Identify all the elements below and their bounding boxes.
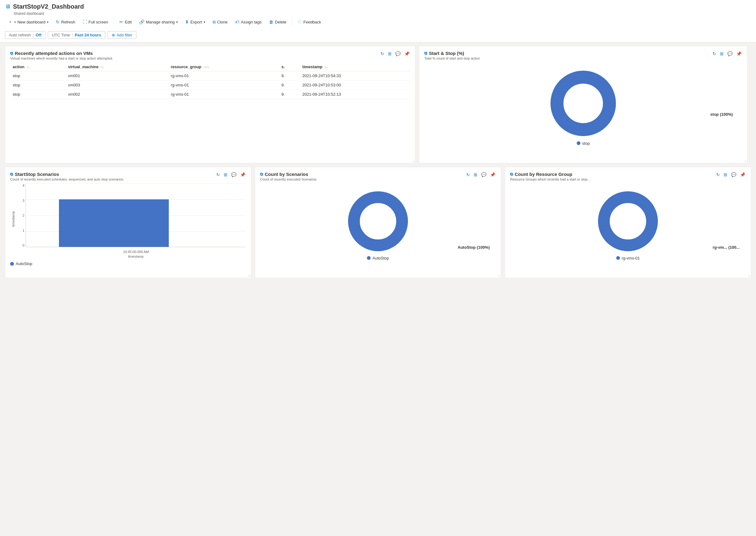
clone-label: Clone [217, 20, 228, 24]
panel-title-area-4: ⧉ Count by Scenarios Count of recently e… [260, 172, 316, 181]
start-stop-panel: ⧉ Start & Stop (%) Total % count of star… [419, 46, 747, 163]
dashboard-icon: 🖥 [5, 3, 11, 10]
panel-table-button-4[interactable]: ⊞ [473, 172, 478, 178]
svg-point-5 [614, 207, 642, 235]
panel-table-button-3[interactable]: ⊞ [223, 172, 228, 178]
rg-donut-container: rg-vm... (100... rg-vms-01 [510, 184, 746, 267]
cell-rg: rg-vms-01 [169, 90, 279, 99]
refresh-button[interactable]: ↻ Refresh [53, 18, 79, 26]
new-dashboard-button[interactable]: ＋ + New dashboard ▾ [5, 17, 51, 26]
cell-action: stop [10, 90, 65, 99]
filter-icon-1: ⧉ [10, 51, 13, 56]
panel-pin-button-4[interactable]: 📌 [489, 172, 496, 178]
delete-button[interactable]: 🗑 Delete [266, 18, 290, 26]
donut-label-5: rg-vm... (100... [713, 245, 740, 250]
y-label-2: 2 [22, 214, 24, 217]
filters-row: Auto refresh : Off UTC Time : Past 24 ho… [5, 29, 751, 42]
col-s[interactable]: s. [279, 63, 300, 71]
col-action[interactable]: action ↑↓ [10, 63, 65, 71]
vm-actions-table: action ↑↓ virtual_machine ↑↓ resource_gr… [10, 63, 410, 99]
cell-rg: rg-vms-01 [169, 81, 279, 90]
filter-icon: ⊕ [112, 33, 115, 37]
assign-tags-button[interactable]: 🏷 Assign tags [232, 18, 265, 26]
resize-handle-3[interactable]: ⌟ [248, 272, 250, 277]
legend-label-3: AutoStop [16, 261, 32, 266]
panel-subtitle-5: Resource Groups which recently had a sta… [510, 178, 590, 181]
panel-subtitle-4: Count of recently executed Scenarios [260, 178, 316, 181]
panel-pin-button-5[interactable]: 📌 [740, 172, 746, 178]
utc-time-filter[interactable]: UTC Time : Past 24 hours [48, 31, 105, 39]
y-label-3: 3 [22, 199, 24, 202]
svg-point-3 [364, 207, 392, 235]
edit-button[interactable]: ✏ Edit [116, 18, 135, 26]
clone-button[interactable]: ⧉ Clone [210, 18, 231, 26]
panel-refresh-button-3[interactable]: ↻ [216, 172, 221, 178]
rg-legend: rg-vms-01 [616, 256, 640, 260]
bar-chart-body: 10:45:00.000 AM 4 3 2 1 0 [16, 184, 246, 254]
auto-refresh-value: Off [36, 33, 41, 37]
panel-pin-button-3[interactable]: 📌 [240, 172, 246, 178]
panel-title-text-2: Start & Stop (%) [429, 50, 464, 56]
delete-label: Delete [275, 20, 287, 24]
col-vm[interactable]: virtual_machine ↑↓ [65, 63, 168, 71]
auto-refresh-filter[interactable]: Auto refresh : Off [5, 31, 45, 39]
panel-chat-button-5[interactable]: 💬 [730, 172, 737, 178]
panel-title-text-3: StartStop Scenarios [15, 172, 59, 177]
table-row: stop vm002 rg-vms-01 9. 2021-09-24T10:52… [10, 90, 410, 99]
filter-icon-2: ⧉ [424, 51, 427, 56]
panel-title-text-1: Recently attempted actions on VMs [15, 50, 93, 56]
manage-sharing-button[interactable]: 🔗 Manage sharing ▾ [136, 18, 181, 26]
cell-s: 9. [279, 71, 300, 81]
panel-refresh-button-4[interactable]: ↻ [466, 172, 471, 178]
panel-title-area-2: ⧉ Start & Stop (%) Total % count of star… [424, 50, 480, 60]
edit-label: Edit [125, 20, 131, 24]
chevron-down-icon-2: ▾ [176, 20, 178, 24]
export-icon: ⬇ [185, 19, 189, 24]
fullscreen-icon: ⛶ [83, 19, 87, 24]
filter-icon-4: ⧉ [260, 172, 263, 177]
resize-handle-5[interactable]: ⌟ [748, 272, 750, 277]
panel-refresh-button-5[interactable]: ↻ [716, 172, 720, 178]
col-rg[interactable]: resource_group ↑↓↑↓ [169, 63, 279, 71]
header-area: 🖥 StartStopV2_Dashboard Shared dashboard… [0, 0, 756, 42]
panel-title-5: ⧉ Count by Resource Group [510, 172, 590, 177]
manage-sharing-label: Manage sharing [146, 20, 175, 24]
add-filter-button[interactable]: ⊕ Add filter [108, 31, 136, 39]
panel-table-button-5[interactable]: ⊞ [723, 172, 728, 178]
export-button[interactable]: ⬇ Export ▾ [182, 18, 208, 26]
tag-icon: 🏷 [235, 19, 240, 24]
add-filter-label: Add filter [116, 33, 132, 37]
panel-pin-button-1[interactable]: 📌 [404, 50, 410, 57]
panel-refresh-button-2[interactable]: ↻ [712, 50, 717, 57]
resize-handle-4[interactable]: ⌟ [498, 272, 500, 277]
utc-time-value: Past 24 hours [75, 33, 101, 37]
panel-table-button-1[interactable]: ⊞ [387, 50, 392, 57]
panel-chat-button-4[interactable]: 💬 [480, 172, 487, 178]
panel-header-3: ⧉ StartStop Scenarios Count of recently … [10, 172, 246, 181]
filter-icon-3: ⧉ [10, 172, 13, 177]
export-label: Export [190, 20, 202, 24]
fullscreen-button[interactable]: ⛶ Full screen [80, 18, 112, 26]
panel-chat-button-1[interactable]: 💬 [395, 50, 401, 57]
panel-actions-4: ↻ ⊞ 💬 📌 [466, 172, 496, 178]
resize-handle-2[interactable]: ⌟ [744, 157, 746, 162]
donut-label-4: AutoStop (100%) [458, 245, 490, 250]
filter-icon-5: ⧉ [510, 172, 513, 177]
feedback-button[interactable]: ♡ Feedback [295, 18, 324, 26]
col-ts[interactable]: timestamp ↑↓ [300, 63, 410, 71]
heart-icon: ♡ [298, 19, 302, 24]
scenarios-donut-container: AutoStop (100%) AutoStop [260, 184, 496, 267]
panel-pin-button-2[interactable]: 📌 [736, 50, 742, 57]
panel-table-button-2[interactable]: ⊞ [719, 50, 724, 57]
cell-s: 9. [279, 81, 300, 90]
svg-point-1 [568, 88, 599, 119]
trash-icon: 🗑 [269, 19, 274, 24]
panel-refresh-button-1[interactable]: ↻ [380, 50, 385, 57]
resize-handle-1[interactable]: ⌟ [412, 157, 414, 162]
panel-chat-button-2[interactable]: 💬 [727, 50, 733, 57]
y-label-1: 1 [22, 229, 24, 232]
panel-subtitle-2: Total % count of start and stop action [424, 56, 480, 60]
feedback-label: Feedback [303, 20, 321, 24]
panel-chat-button-3[interactable]: 💬 [231, 172, 237, 178]
panel-title-1: ⧉ Recently attempted actions on VMs [10, 50, 113, 56]
